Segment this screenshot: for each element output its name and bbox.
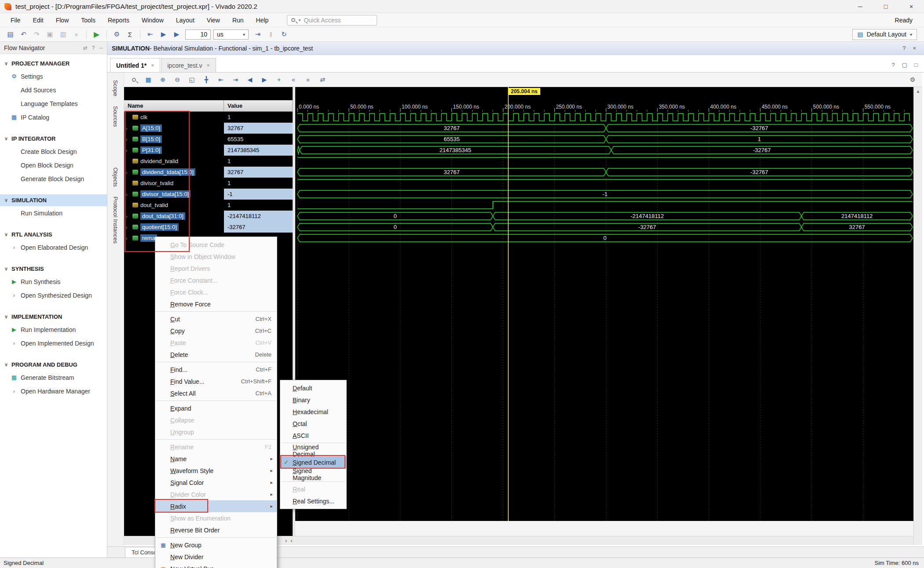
flow-section-header-project-manager[interactable]: ∨PROJECT MANAGER — [0, 58, 107, 69]
close-tab-icon[interactable]: × — [207, 62, 210, 69]
flow-section-header-implementation[interactable]: ∨IMPLEMENTATION — [0, 311, 107, 323]
flow-item-open-synthesized-design[interactable]: ›Open Synthesized Design — [0, 288, 107, 302]
radix-item-signed-magnitude[interactable]: Signed Magnitude — [280, 468, 346, 480]
menu-layout[interactable]: Layout — [170, 14, 201, 26]
minimize-button[interactable]: ─ — [847, 0, 873, 13]
signal-row-dout-tdata-31-0[interactable]: ›dout_tdata[31:0] — [124, 211, 224, 222]
radix-item-hexadecimal[interactable]: Hexadecimal — [280, 406, 346, 418]
signal-value[interactable]: 32767 — [224, 167, 293, 178]
expand-icon[interactable]: › — [126, 225, 130, 230]
swap-cursors-icon[interactable]: ⇄ — [317, 74, 328, 85]
expand-icon[interactable]: › — [126, 236, 130, 241]
run-button-icon[interactable]: ▶ — [91, 29, 103, 40]
expand-icon[interactable]: › — [126, 148, 130, 153]
signal-value[interactable]: 2147385345 — [224, 145, 293, 156]
relaunch-icon[interactable]: ↻ — [278, 29, 290, 40]
expand-icon[interactable]: › — [126, 137, 130, 142]
help-icon[interactable]: ? — [92, 45, 95, 51]
flow-item-open-block-design[interactable]: Open Block Design — [0, 158, 107, 172]
delete-icon[interactable]: × — [70, 29, 82, 40]
flow-item-generate-bitstream[interactable]: ▦Generate Bitstream — [0, 371, 107, 384]
undo-icon[interactable]: ↶ — [18, 29, 29, 40]
signal-row-divisor-tvalid[interactable]: divisor_tvalid — [124, 178, 224, 189]
radix-item-octal[interactable]: Octal — [280, 418, 346, 430]
tab-ipcore-test-v[interactable]: ipcore_test.v× — [161, 58, 216, 72]
zoom-out-icon[interactable]: ⊖ — [172, 74, 183, 85]
flow-item-add-sources[interactable]: Add Sources — [0, 83, 107, 97]
maximize-button[interactable]: □ — [873, 0, 898, 13]
menu-reports[interactable]: Reports — [102, 14, 136, 26]
side-tab-sources[interactable]: Sources — [112, 101, 119, 132]
flow-item-create-block-design[interactable]: Create Block Design — [0, 145, 107, 158]
context-menu-item-new-divider[interactable]: New Divider — [155, 551, 277, 563]
context-menu-item-radix[interactable]: Radix▸ — [155, 500, 277, 512]
flow-item-run-synthesis[interactable]: ▶Run Synthesis — [0, 275, 107, 288]
flow-section-header-program-and-debug[interactable]: ∨PROGRAM AND DEBUG — [0, 359, 107, 371]
menu-file[interactable]: File — [4, 14, 27, 26]
flow-section-header-rtl-analysis[interactable]: ∨RTL ANALYSIS — [0, 229, 107, 240]
close-tab-icon[interactable]: × — [151, 62, 154, 69]
wave-settings-gear-icon[interactable]: ⚙ — [907, 74, 918, 85]
context-menu-item-delete[interactable]: DeleteDelete — [155, 349, 277, 360]
context-menu-item-select-all[interactable]: Select AllCtrl+A — [155, 387, 277, 399]
context-menu-item-name[interactable]: Name▸ — [155, 453, 277, 465]
help-icon[interactable]: ? — [902, 45, 906, 51]
signal-row-divisor-tdata-15-0[interactable]: ›divisor_tdata[15:0] — [124, 189, 224, 200]
next-transition-icon[interactable]: ▶ — [259, 74, 270, 85]
close-button[interactable]: × — [898, 0, 924, 13]
expand-icon[interactable]: › — [126, 214, 130, 219]
context-menu-item-signal-color[interactable]: Signal Color▸ — [155, 477, 277, 488]
expand-icon[interactable]: › — [126, 170, 130, 175]
menu-run[interactable]: Run — [226, 14, 250, 26]
run-time-input[interactable]: 10 — [185, 29, 211, 40]
context-menu-item-waveform-style[interactable]: Waveform Style▸ — [155, 465, 277, 477]
signal-row-dividend-tdata-15-0[interactable]: ›dividend_tdata[15:0] — [124, 167, 224, 178]
go-to-last-time-icon[interactable]: ⇥ — [230, 74, 241, 85]
minimize-panel-icon[interactable]: ─ — [99, 45, 103, 51]
context-menu-item-new-group[interactable]: ▦New Group — [155, 539, 277, 551]
signal-row-dout-tvalid[interactable]: dout_tvalid — [124, 200, 224, 211]
context-menu-item-expand[interactable]: Expand — [155, 402, 277, 414]
signal-value[interactable]: 1 — [224, 156, 293, 167]
signal-value[interactable]: -2147418112 — [224, 211, 293, 222]
find-icon[interactable] — [128, 74, 139, 85]
previous-marker-icon[interactable]: « — [288, 74, 299, 85]
copy-icon[interactable]: ▣ — [44, 29, 56, 40]
flow-item-run-implementation[interactable]: ▶Run Implementation — [0, 323, 107, 336]
paste-icon[interactable]: ▥ — [57, 29, 69, 40]
redo-icon[interactable]: ↷ — [31, 29, 43, 40]
scroll-right-icon[interactable]: › — [285, 537, 287, 544]
pause-icon[interactable]: ‖ — [265, 29, 277, 40]
scroll-left-icon[interactable]: ‹ — [290, 537, 292, 544]
settings-gear-icon[interactable]: ⚙ — [111, 29, 123, 40]
radix-item-signed-decimal[interactable]: ✓Signed Decimal — [280, 456, 346, 468]
help-icon[interactable]: ? — [892, 62, 895, 68]
flow-item-language-templates[interactable]: Language Templates — [0, 97, 107, 110]
run-all-icon[interactable]: ▶ — [158, 29, 169, 40]
context-menu-item-cut[interactable]: CutCtrl+X — [155, 313, 277, 325]
next-marker-icon[interactable]: » — [302, 74, 314, 85]
signal-row-b-15-0[interactable]: ›B[15:0] — [124, 134, 224, 145]
close-pane-icon[interactable]: × — [913, 45, 916, 51]
signal-value[interactable]: 32767 — [224, 123, 293, 134]
flow-section-header-simulation[interactable]: ∨SIMULATION — [0, 194, 107, 206]
restart-simulation-icon[interactable]: ⇤ — [144, 29, 156, 40]
context-menu-item-find[interactable]: Find...Ctrl+F — [155, 364, 277, 375]
scroll-up-icon[interactable]: ▲ — [916, 89, 920, 94]
context-menu-item-remove-force[interactable]: Remove Force — [155, 298, 277, 310]
signal-row-dividend-tvalid[interactable]: dividend_tvalid — [124, 156, 224, 167]
run-for-time-icon[interactable]: ▶ — [171, 29, 183, 40]
signal-value[interactable]: 1 — [224, 112, 293, 123]
menu-flow[interactable]: Flow — [50, 14, 75, 26]
vertical-scrollbar[interactable]: ▲ — [913, 87, 922, 545]
waveform-canvas[interactable]: 0.000 ns50.000 ns100.000 ns150.000 ns200… — [295, 87, 913, 521]
menu-help[interactable]: Help — [250, 14, 275, 26]
menu-view[interactable]: View — [201, 14, 226, 26]
radix-item-default[interactable]: Default — [280, 382, 346, 394]
menu-tools[interactable]: Tools — [75, 14, 102, 26]
flow-item-open-hardware-manager[interactable]: ›Open Hardware Manager — [0, 384, 107, 398]
step-icon[interactable]: ⇥ — [252, 29, 264, 40]
signal-value[interactable]: -1 — [224, 189, 293, 200]
signal-row-quotient-15-0[interactable]: ›quotient[15:0] — [124, 222, 224, 233]
go-to-time-0-icon[interactable]: ⇤ — [215, 74, 227, 85]
